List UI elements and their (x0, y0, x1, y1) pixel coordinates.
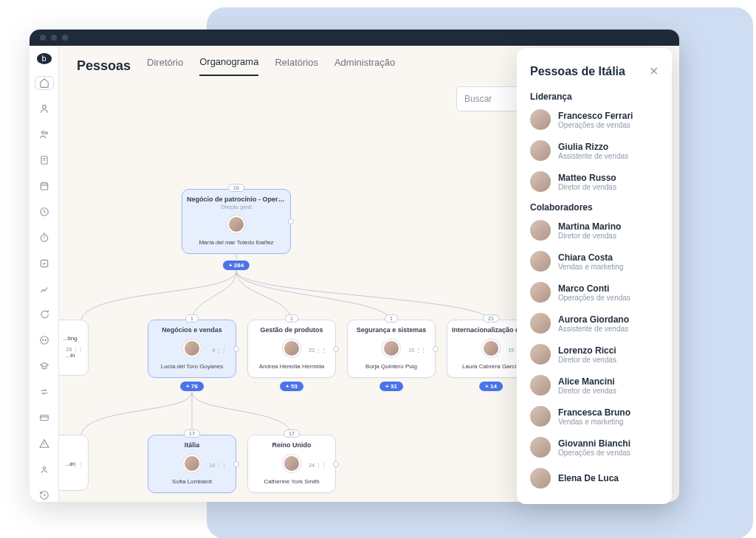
tab-diretorio[interactable]: Diretório (147, 57, 183, 75)
clock-icon[interactable] (35, 204, 54, 218)
tab-relatorios[interactable]: Relatórios (275, 57, 318, 75)
person-role: Assistente de vendas (558, 325, 629, 333)
card-icon[interactable] (35, 410, 54, 424)
person-row[interactable]: Francesca BrunoVendas e marketing (530, 406, 659, 427)
person-row[interactable]: Elena De Luca (530, 468, 659, 489)
chat2-icon[interactable] (35, 334, 54, 348)
expand-pill[interactable]: + 284 (223, 261, 250, 270)
window-titlebar (30, 30, 679, 46)
profile-icon[interactable] (35, 462, 54, 476)
card-handle[interactable] (333, 346, 339, 352)
home-icon[interactable] (35, 76, 54, 90)
close-icon[interactable]: ✕ (649, 64, 659, 78)
person-row[interactable]: Martina MarinoDiretor de vendas (530, 220, 659, 241)
card-handle[interactable] (333, 461, 339, 467)
svg-rect-11 (40, 415, 48, 420)
person-role: Diretor de vendas (558, 183, 616, 191)
card-options-icon[interactable]: ⋮⋮ (271, 197, 283, 204)
org-card-partial[interactable]: ...ting 28 ⋮⋮ ...in (59, 320, 89, 376)
badge-count: 17 (284, 430, 300, 438)
org-card-partial-2[interactable]: 4 ⋮⋮ ...in (59, 435, 89, 491)
person-row[interactable]: Aurora GiordanoAssistente de vendas (530, 313, 659, 334)
card-handle[interactable] (233, 461, 239, 467)
side-rail: b (30, 46, 59, 502)
card-title: Negócios e vendas (153, 326, 231, 334)
chart-icon[interactable] (35, 282, 54, 296)
panel-title: Pessoas de Itália (530, 65, 625, 78)
window-control-close[interactable] (40, 35, 46, 41)
org-card-negocios[interactable]: 1 Negócios e vendas 4 ⋮⋮ Lucía del Toro … (148, 320, 236, 378)
avatar (530, 251, 551, 272)
person-role: Diretor de vendas (558, 356, 616, 364)
expand-pill[interactable]: + 31 (379, 382, 403, 391)
card-title: Segurança e sistemas (352, 326, 430, 334)
card-name: Andrea Heredia Hermida (252, 363, 331, 370)
calendar-icon[interactable] (35, 179, 54, 193)
window-control-minimize[interactable] (51, 35, 57, 41)
svg-point-12 (43, 466, 46, 469)
badge-count: 17 (184, 430, 200, 438)
person-row[interactable]: Francesco FerrariOperações de vendas (530, 109, 659, 130)
card-count: 14 ⋮⋮ (209, 463, 227, 469)
card-title: Gestão de produtos (252, 326, 331, 334)
person-name: Elena De Luca (558, 473, 619, 483)
graduation-icon[interactable] (35, 359, 54, 373)
expand-pill[interactable]: + 53 (280, 382, 303, 391)
app-logo[interactable]: b (37, 53, 52, 64)
window-control-maximize[interactable] (62, 35, 68, 41)
svg-rect-4 (41, 183, 47, 190)
avatar (530, 220, 551, 241)
tab-organograma[interactable]: Organograma (199, 56, 258, 76)
card-count: 4 ⋮⋮ (212, 348, 227, 354)
card-handle[interactable] (233, 346, 239, 352)
person-row[interactable]: Chiara CostaVendas e marketing (530, 251, 659, 272)
user-icon[interactable] (35, 102, 54, 116)
person-name: Alice Mancini (558, 376, 616, 387)
person-role: Diretor de vendas (558, 387, 616, 395)
org-card-seguranca[interactable]: 1 Segurança e sistemas 15 ⋮⋮ Borja Quint… (347, 320, 436, 378)
badge-count: 1 (385, 314, 398, 323)
search-placeholder: Buscar (464, 94, 492, 104)
svg-point-0 (42, 106, 46, 109)
timer-icon[interactable] (35, 230, 54, 244)
org-card-reino-unido[interactable]: 17 Reino Unido 24 ⋮⋮ Catherine York Smit… (247, 435, 336, 493)
card-handle[interactable] (288, 218, 294, 224)
person-role: Operações de vendas (558, 294, 630, 302)
expand-pill[interactable]: + 76 (180, 382, 204, 391)
person-name: Francesco Ferrari (558, 111, 633, 121)
tab-administracao[interactable]: Administração (334, 57, 395, 75)
org-card-gestao[interactable]: 1 Gestão de produtos 23 ⋮⋮ Andrea Heredi… (247, 320, 336, 378)
page-title: Pessoas (77, 58, 131, 74)
chat-icon[interactable] (35, 308, 54, 322)
person-name: Giovanni Bianchi (558, 438, 630, 449)
person-row[interactable]: Marco ContiOperações de vendas (530, 282, 659, 303)
avatar (382, 339, 400, 357)
person-row[interactable]: Giovanni BianchiOperações de vendas (530, 437, 659, 458)
svg-point-1 (41, 131, 44, 134)
users-icon[interactable] (35, 128, 54, 142)
alert-icon[interactable] (35, 436, 54, 450)
expand-pill[interactable]: + 14 (479, 382, 503, 391)
badge-count: 16 (228, 184, 244, 192)
card-count: 24 ⋮⋮ (309, 463, 326, 469)
history-icon[interactable] (35, 488, 54, 502)
avatar (283, 455, 300, 472)
org-card-italia[interactable]: 17 Itália 14 ⋮⋮ Sofia Lombardi (148, 435, 236, 493)
avatar (183, 339, 201, 357)
card-name: Sofia Lombardi (153, 478, 231, 485)
person-row[interactable]: Giulia RizzoAssistente de vendas (530, 140, 659, 161)
card-handle[interactable] (433, 346, 439, 352)
person-row[interactable]: Lorenzo RicciDiretor de vendas (530, 344, 659, 365)
card-title: Itália (153, 441, 231, 449)
file-icon[interactable] (35, 154, 54, 168)
avatar (183, 455, 201, 472)
person-row[interactable]: Matteo RussoDiretor de vendas (530, 171, 659, 192)
check-icon[interactable] (35, 256, 54, 270)
org-card-root[interactable]: 16 Negócio de patrocínio - Operaci... Di… (182, 189, 291, 254)
person-name: Giulia Rizzo (558, 142, 628, 152)
people-panel: Pessoas de Itália ✕ Liderança Francesco … (517, 48, 672, 504)
person-role: Operações de vendas (558, 449, 630, 457)
transfer-icon[interactable] (35, 385, 54, 399)
person-row[interactable]: Alice ManciniDiretor de vendas (530, 375, 659, 396)
avatar (530, 171, 551, 192)
